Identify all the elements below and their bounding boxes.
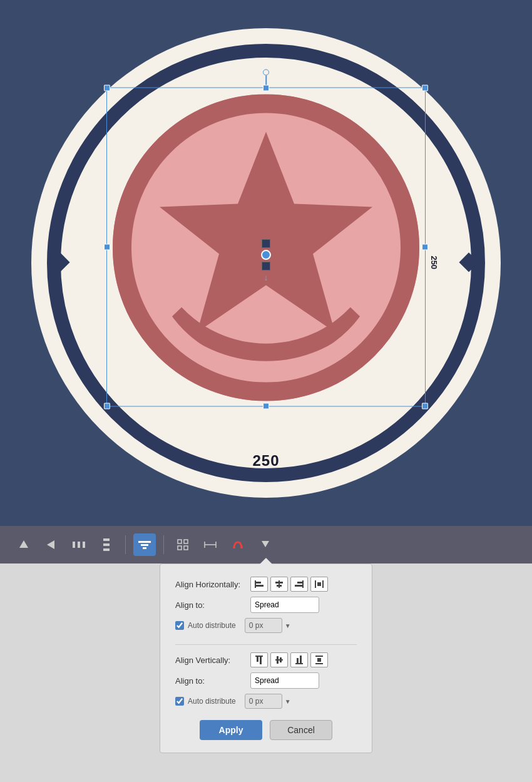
auto-distribute-h-row: Auto distribute 0 px ▼ bbox=[175, 618, 357, 633]
align-vertical-section: Align Vertically: bbox=[175, 652, 357, 709]
px-v-wrap: 0 px ▼ bbox=[245, 694, 291, 709]
cancel-button[interactable]: Cancel bbox=[270, 720, 332, 740]
align-to-h-label: Align to: bbox=[175, 600, 250, 610]
canvas-area: ↓ 250 250 bbox=[0, 0, 532, 526]
svg-rect-9 bbox=[103, 538, 110, 541]
svg-rect-6 bbox=[73, 542, 75, 548]
align-h-right-btn[interactable] bbox=[290, 577, 308, 592]
align-h-label: Align Horizontally: bbox=[175, 580, 250, 589]
svg-rect-45 bbox=[300, 656, 302, 663]
svg-marker-4 bbox=[19, 540, 28, 548]
svg-rect-38 bbox=[257, 657, 258, 662]
spacing-button[interactable] bbox=[199, 533, 222, 556]
toolbar-divider-1 bbox=[125, 535, 126, 554]
align-to-v-select[interactable]: Spread Selection Page bbox=[250, 672, 319, 689]
svg-rect-10 bbox=[103, 543, 110, 546]
align-v-middle-btn[interactable] bbox=[270, 652, 288, 667]
distribute-h-button[interactable] bbox=[68, 533, 90, 556]
align-h-row: Align Horizontally: bbox=[175, 577, 357, 592]
distribute-v-button[interactable] bbox=[95, 533, 118, 556]
align-h-center-btn[interactable] bbox=[270, 577, 288, 592]
align-to-v-row: Align to: Spread Selection Page bbox=[175, 672, 357, 689]
svg-rect-11 bbox=[103, 548, 110, 551]
px-v-input[interactable]: 0 px bbox=[245, 694, 282, 709]
align-to-h-row: Align to: Spread Selection Page bbox=[175, 597, 357, 613]
svg-rect-18 bbox=[184, 546, 188, 550]
align-h-spread-btn[interactable] bbox=[310, 577, 328, 592]
auto-distribute-v-label: Auto distribute bbox=[188, 697, 236, 706]
align-center-h-button[interactable] bbox=[133, 533, 156, 556]
align-v-top-btn[interactable] bbox=[250, 652, 268, 667]
align-v-label: Align Vertically: bbox=[175, 656, 250, 665]
align-to-v-select-wrap: Spread Selection Page bbox=[250, 672, 319, 689]
svg-rect-13 bbox=[141, 544, 148, 546]
align-horizontal-section: Align Horizontally: bbox=[175, 577, 357, 633]
align-left-button[interactable] bbox=[40, 533, 63, 556]
svg-rect-12 bbox=[138, 541, 151, 543]
grid-button[interactable] bbox=[171, 533, 194, 556]
toolbar: Align Horizontally: bbox=[0, 526, 532, 563]
svg-rect-48 bbox=[317, 658, 321, 662]
panel-divider bbox=[175, 644, 357, 645]
align-v-bottom-btn[interactable] bbox=[290, 652, 308, 667]
svg-rect-44 bbox=[297, 658, 299, 663]
apply-button[interactable]: Apply bbox=[200, 720, 262, 740]
align-v-row: Align Vertically: bbox=[175, 652, 357, 667]
svg-rect-33 bbox=[295, 585, 302, 587]
svg-rect-30 bbox=[277, 585, 282, 587]
svg-rect-26 bbox=[256, 582, 261, 584]
align-v-icons bbox=[250, 652, 328, 667]
svg-rect-42 bbox=[280, 657, 282, 662]
auto-distribute-v-row: Auto distribute 0 px ▼ bbox=[175, 694, 357, 709]
svg-rect-7 bbox=[78, 542, 80, 548]
svg-marker-5 bbox=[47, 540, 54, 549]
svg-rect-15 bbox=[178, 540, 182, 543]
align-h-left-btn[interactable] bbox=[250, 577, 268, 592]
more-button[interactable] bbox=[254, 533, 277, 556]
align-v-spread-btn[interactable] bbox=[310, 652, 328, 667]
px-h-input[interactable]: 0 px bbox=[245, 618, 282, 633]
px-h-arrow: ▼ bbox=[285, 622, 291, 629]
align-h-icons bbox=[250, 577, 328, 592]
svg-rect-36 bbox=[317, 582, 321, 586]
svg-rect-17 bbox=[178, 546, 182, 550]
svg-rect-8 bbox=[83, 542, 85, 548]
svg-rect-32 bbox=[297, 582, 302, 584]
svg-rect-27 bbox=[256, 585, 263, 587]
px-h-wrap: 0 px ▼ bbox=[245, 618, 291, 633]
align-dropdown-panel: Align Horizontally: bbox=[160, 563, 372, 753]
panel-arrow bbox=[260, 558, 272, 564]
px-v-arrow: ▼ bbox=[285, 698, 291, 705]
align-top-button[interactable] bbox=[13, 533, 35, 556]
svg-rect-16 bbox=[184, 540, 188, 543]
align-to-h-select[interactable]: Spread Selection Page bbox=[250, 597, 319, 613]
svg-rect-39 bbox=[260, 657, 262, 664]
star-svg bbox=[113, 95, 419, 401]
auto-distribute-h-checkbox[interactable] bbox=[175, 621, 184, 630]
align-to-v-label: Align to: bbox=[175, 676, 250, 686]
toolbar-divider-2 bbox=[163, 535, 164, 554]
svg-rect-29 bbox=[275, 582, 283, 584]
svg-marker-24 bbox=[262, 541, 269, 547]
canvas-size-label: 250 bbox=[252, 452, 279, 470]
badge-circle[interactable] bbox=[113, 95, 419, 401]
handle-size-label: 250 bbox=[430, 255, 439, 269]
auto-distribute-h-label: Auto distribute bbox=[188, 621, 236, 630]
svg-rect-14 bbox=[143, 547, 146, 549]
auto-distribute-v-checkbox[interactable] bbox=[175, 697, 184, 706]
svg-rect-41 bbox=[277, 656, 279, 664]
magnet-button[interactable] bbox=[227, 533, 249, 556]
align-to-h-select-wrap: Spread Selection Page bbox=[250, 597, 319, 613]
panel-buttons: Apply Cancel bbox=[175, 720, 357, 740]
